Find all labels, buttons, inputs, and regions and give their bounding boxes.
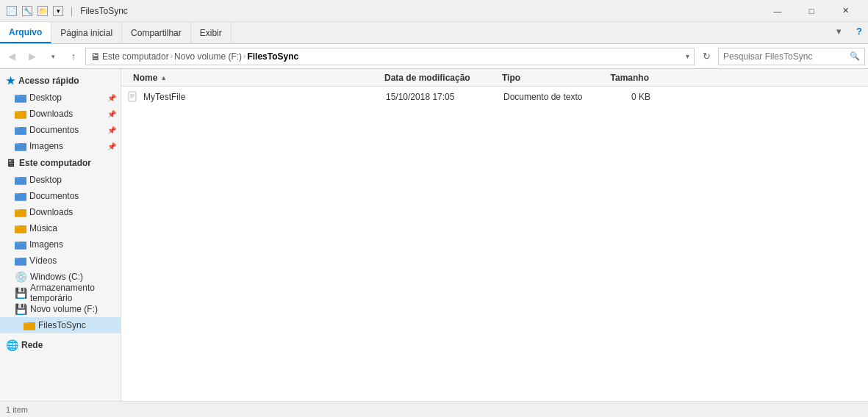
ribbon-tab-arquivo[interactable]: Arquivo bbox=[0, 22, 51, 43]
breadcrumb: 🖥 Este computador › Novo volume (F:) › F… bbox=[90, 51, 298, 62]
col-header-date[interactable]: Data de modificação bbox=[384, 73, 502, 83]
sidebar-item-musica-computer[interactable]: Música bbox=[0, 220, 121, 236]
hdd-icon-c: 💿 bbox=[15, 271, 27, 283]
sidebar-label-armazenamento: Armazenamento temporário bbox=[30, 283, 115, 303]
svg-rect-8 bbox=[15, 128, 26, 135]
folder-icon-filestosync bbox=[24, 320, 35, 330]
computer-section[interactable]: 🖥 Este computador bbox=[0, 154, 121, 172]
forward-button[interactable]: ▶ bbox=[24, 48, 41, 65]
folder-icon-downloads-comp bbox=[15, 207, 26, 217]
column-header: Nome ▲ Data de modificação Tipo Tamanho bbox=[121, 69, 868, 87]
ribbon-tab-exibir[interactable]: Exibir bbox=[191, 22, 232, 43]
svg-rect-23 bbox=[15, 227, 26, 233]
sidebar-item-imagens-computer[interactable]: Imagens bbox=[0, 236, 121, 253]
up-button[interactable]: ↑ bbox=[65, 48, 82, 65]
ribbon-tab-pagina[interactable]: Página inicial bbox=[51, 22, 122, 43]
svg-rect-14 bbox=[15, 178, 26, 185]
sidebar-item-imagens-quick[interactable]: Imagens 📌 bbox=[0, 138, 121, 154]
sidebar-item-videos-computer[interactable]: Vídeos bbox=[0, 253, 121, 269]
table-row[interactable]: MyTestFile 15/10/2018 17:05 Documento de… bbox=[121, 87, 868, 107]
sidebar-label-imagens-comp: Imagens bbox=[29, 239, 63, 250]
quick-access-toolbar-new[interactable]: 📄 bbox=[7, 6, 17, 16]
breadcrumb-part-computer: Este computador bbox=[102, 51, 169, 62]
sidebar-item-documentos-computer[interactable]: Documentos bbox=[0, 188, 121, 204]
network-section[interactable]: 🌐 Rede bbox=[0, 336, 121, 354]
computer-label: Este computador bbox=[19, 158, 91, 168]
svg-rect-26 bbox=[15, 243, 26, 250]
folder-icon-imagens-quick bbox=[15, 141, 26, 151]
network-icon: 🌐 bbox=[6, 339, 18, 351]
sidebar-label-desktop-comp: Desktop bbox=[29, 175, 62, 185]
folder-icon-documentos-comp bbox=[15, 191, 26, 201]
sidebar-item-novo-volume[interactable]: 💾 Novo volume (F:) bbox=[0, 301, 121, 317]
sidebar-label-filestosync: FilesToSync bbox=[38, 320, 86, 330]
refresh-button[interactable]: ↻ bbox=[697, 48, 715, 65]
search-bar[interactable]: 🔍 bbox=[718, 48, 865, 65]
close-button[interactable]: ✕ bbox=[828, 0, 862, 22]
sidebar-label-novo-volume: Novo volume (F:) bbox=[30, 304, 98, 314]
sidebar-item-downloads-computer[interactable]: Downloads bbox=[0, 204, 121, 220]
status-bar: 1 item bbox=[0, 401, 868, 417]
ribbon-tab-compartilhar[interactable]: Compartilhar bbox=[122, 22, 191, 43]
breadcrumb-arrow-2: › bbox=[243, 52, 245, 60]
svg-rect-20 bbox=[15, 211, 26, 217]
quick-access-toolbar-properties[interactable]: 🔧 bbox=[22, 6, 32, 16]
help-button[interactable]: ? bbox=[850, 22, 868, 40]
pin-icon-imagens: 📌 bbox=[107, 142, 116, 151]
quick-access-section[interactable]: ★ Acesso rápido bbox=[0, 72, 121, 90]
pin-icon-downloads: 📌 bbox=[107, 110, 116, 118]
sidebar-label-windows-c: Windows (C:) bbox=[30, 272, 83, 282]
svg-rect-29 bbox=[15, 259, 26, 266]
svg-rect-2 bbox=[15, 96, 26, 103]
computer-icon: 🖥 bbox=[6, 157, 16, 169]
title-bar-left: 📄 🔧 📁 ▾ | FilesToSync bbox=[6, 6, 128, 16]
file-date: 15/10/2018 17:05 bbox=[386, 92, 503, 102]
file-icon bbox=[127, 91, 139, 103]
sidebar-label-documentos-quick: Documentos bbox=[29, 125, 79, 135]
file-size: 0 KB bbox=[592, 92, 650, 102]
sidebar-item-filestosync[interactable]: FilesToSync bbox=[0, 317, 121, 333]
text-file-svg bbox=[127, 91, 139, 103]
col-header-type[interactable]: Tipo bbox=[502, 73, 590, 83]
sidebar-item-armazenamento[interactable]: 💾 Armazenamento temporário bbox=[0, 285, 121, 301]
sidebar: ★ Acesso rápido Desktop 📌 Downloads 📌 bbox=[0, 69, 121, 401]
breadcrumb-arrow-1: › bbox=[171, 52, 173, 60]
pin-icon-desktop: 📌 bbox=[107, 94, 116, 102]
maximize-button[interactable]: □ bbox=[795, 0, 828, 22]
svg-rect-32 bbox=[24, 324, 35, 330]
sidebar-item-downloads-quick[interactable]: Downloads 📌 bbox=[0, 106, 121, 122]
search-input[interactable] bbox=[723, 51, 850, 62]
ribbon-collapse-button[interactable]: ▾ bbox=[830, 22, 847, 40]
main-area: ★ Acesso rápido Desktop 📌 Downloads 📌 bbox=[0, 69, 868, 401]
sidebar-label-documentos-comp: Documentos bbox=[29, 191, 79, 201]
sidebar-label-videos: Vídeos bbox=[29, 255, 57, 266]
dropdown-recent-button[interactable]: ▾ bbox=[44, 48, 62, 65]
back-button[interactable]: ◀ bbox=[3, 48, 21, 65]
svg-rect-5 bbox=[15, 112, 26, 119]
ribbon: Arquivo Página inicial Compartilhar Exib… bbox=[0, 22, 868, 44]
address-bar[interactable]: 🖥 Este computador › Novo volume (F:) › F… bbox=[85, 48, 695, 65]
folder-icon-desktop-comp bbox=[15, 175, 26, 185]
sidebar-item-documentos-quick[interactable]: Documentos 📌 bbox=[0, 122, 121, 138]
breadcrumb-part-volume: Novo volume (F:) bbox=[174, 51, 242, 62]
sidebar-item-desktop-computer[interactable]: Desktop bbox=[0, 172, 121, 188]
svg-rect-33 bbox=[129, 92, 136, 101]
minimize-button[interactable]: — bbox=[761, 0, 795, 22]
sidebar-label-desktop-quick: Desktop bbox=[29, 93, 62, 103]
hdd-icon-armazenamento: 💾 bbox=[15, 287, 27, 299]
quick-access-label: Acesso rápido bbox=[18, 76, 79, 86]
folder-icon-downloads-quick bbox=[15, 109, 26, 119]
status-text: 1 item bbox=[6, 405, 28, 414]
col-header-name[interactable]: Nome ▲ bbox=[127, 73, 384, 83]
pin-icon-documentos: 📌 bbox=[107, 126, 116, 134]
sidebar-label-musica: Música bbox=[29, 223, 57, 233]
file-name: MyTestFile bbox=[143, 92, 386, 102]
svg-rect-17 bbox=[15, 195, 26, 201]
folder-icon-videos bbox=[15, 255, 26, 266]
network-label: Rede bbox=[21, 340, 43, 350]
quick-access-toolbar-folder[interactable]: 📁 bbox=[37, 6, 48, 16]
quick-access-toolbar-dropdown[interactable]: ▾ bbox=[53, 6, 63, 16]
address-dropdown-button[interactable]: ▾ bbox=[686, 52, 689, 60]
col-header-size[interactable]: Tamanho bbox=[590, 73, 649, 83]
sidebar-item-desktop-quick[interactable]: Desktop 📌 bbox=[0, 90, 121, 106]
